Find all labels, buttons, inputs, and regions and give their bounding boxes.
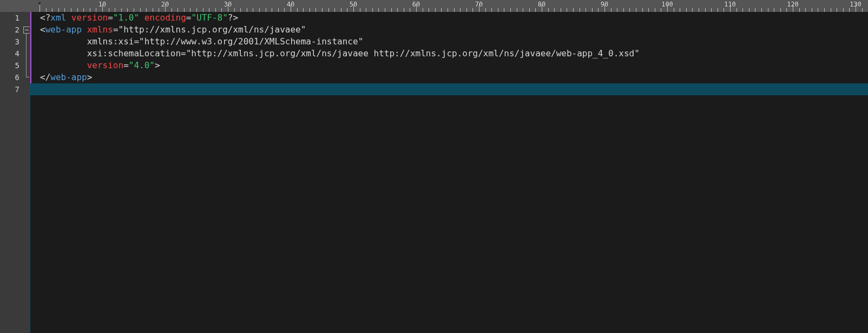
- current-line-highlight: [30, 83, 868, 95]
- gutter[interactable]: 1 2 3 4 5 6 7: [0, 12, 23, 333]
- ruler-caret-icon: ▾: [37, 1, 41, 6]
- line-number[interactable]: 6: [0, 71, 23, 83]
- code-line: xmlns:xsi="http://www.w3.org/2001/XMLSch…: [40, 36, 363, 47]
- line-number[interactable]: 4: [0, 48, 23, 60]
- code-content[interactable]: <?xml version="1.0" encoding="UTF-8"?> <…: [30, 12, 868, 83]
- line-number[interactable]: 2: [0, 24, 23, 36]
- ruler-gutter-cover: [0, 0, 30, 12]
- code-line: </web-app>: [40, 72, 92, 82]
- ruler[interactable]: 1020304050607080901001101201301401501601…: [0, 0, 868, 12]
- code-line: <?xml version="1.0" encoding="UTF-8"?>: [40, 12, 238, 23]
- fold-end-icon: [26, 77, 29, 77]
- fold-guide-line: [26, 30, 27, 77]
- code-line: xsi:schemaLocation="http://xmlns.jcp.org…: [40, 48, 640, 58]
- code-line: version="4.0">: [40, 60, 160, 70]
- line-number[interactable]: 5: [0, 60, 23, 71]
- code-editor[interactable]: <?xml version="1.0" encoding="UTF-8"?> <…: [30, 12, 868, 333]
- line-number[interactable]: 7: [0, 83, 23, 95]
- fold-column: [23, 12, 30, 333]
- line-number[interactable]: 1: [0, 12, 23, 24]
- line-number[interactable]: 3: [0, 36, 23, 48]
- code-line: <web-app xmlns="http://xmlns.jcp.org/xml…: [40, 24, 306, 35]
